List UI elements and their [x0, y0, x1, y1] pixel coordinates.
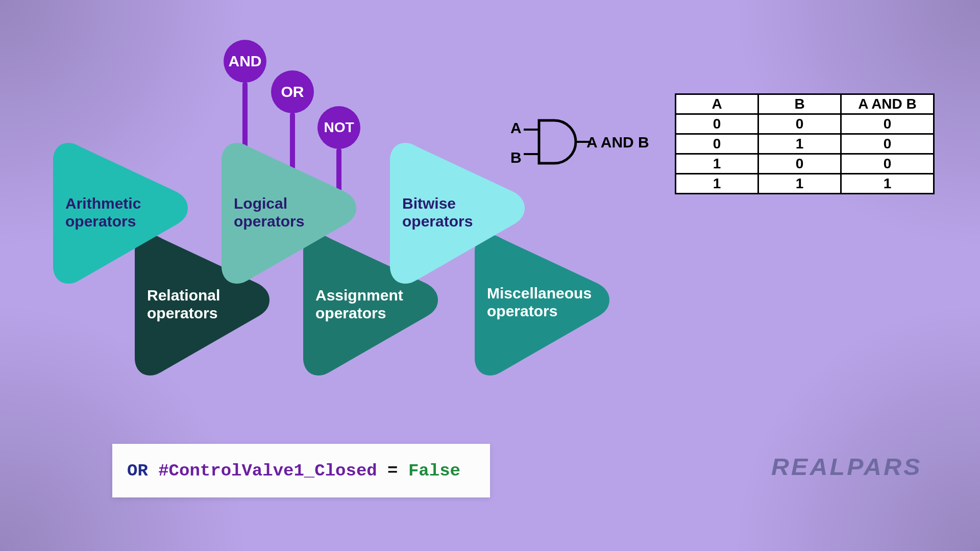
code-ident: #ControlValve1_Closed — [158, 461, 377, 481]
table-row: 0 0 0 — [676, 114, 934, 134]
table-row: 1 1 1 — [676, 174, 934, 194]
misc-line2: operators — [487, 303, 557, 319]
assignment-line2: operators — [315, 305, 386, 321]
lollipop-or-label: OR — [281, 83, 304, 101]
triangle-logical: Logical operators — [217, 137, 365, 290]
bitwise-line1: Bitwise — [402, 195, 456, 212]
brand-logo: REALPARS — [771, 453, 922, 481]
lollipop-not-label: NOT — [324, 119, 354, 136]
gate-output: A AND B — [586, 134, 649, 151]
arithmetic-line2: operators — [65, 213, 136, 230]
relational-line2: operators — [147, 305, 217, 321]
code-equals: = — [387, 461, 398, 481]
code-keyword: OR — [127, 461, 148, 481]
code-value: False — [408, 461, 460, 481]
arithmetic-line1: Arithmetic — [65, 195, 141, 212]
truth-table: A B A AND B 0 0 0 0 1 0 1 0 0 1 1 — [675, 93, 935, 194]
code-snippet: OR #ControlValve1_Closed = False — [112, 444, 490, 497]
logical-line2: operators — [234, 213, 304, 230]
table-row: 0 1 0 — [676, 134, 934, 154]
logical-line1: Logical — [234, 195, 287, 212]
th-a: A — [676, 94, 758, 114]
table-row: 1 0 0 — [676, 154, 934, 174]
bitwise-line2: operators — [402, 213, 473, 230]
lollipop-and-label: AND — [229, 53, 262, 70]
th-out: A AND B — [841, 94, 934, 114]
th-b: B — [758, 94, 841, 114]
triangle-arithmetic: Arithmetic operators — [49, 137, 197, 290]
and-gate-icon — [505, 116, 597, 167]
